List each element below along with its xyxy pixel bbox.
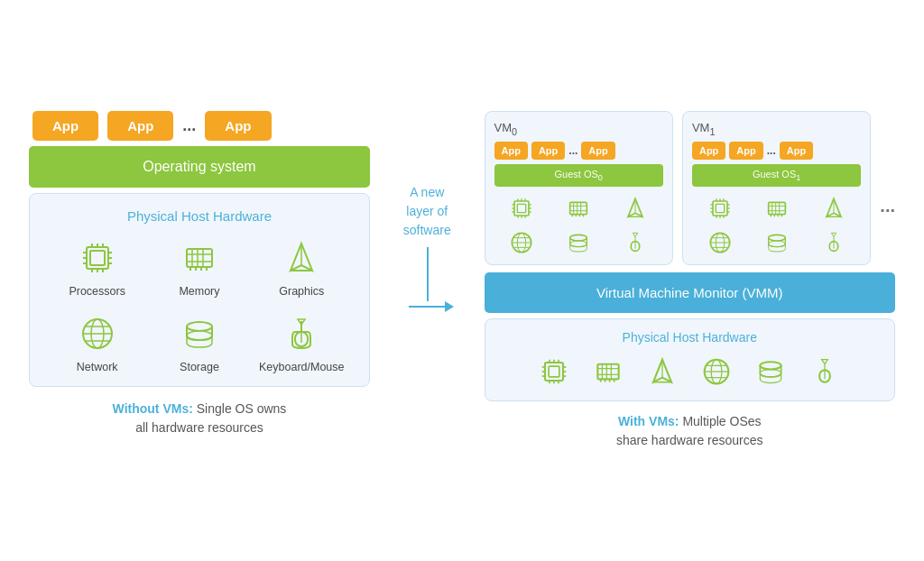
- hw-item-storage: Storage: [148, 312, 250, 373]
- svg-marker-111: [831, 234, 836, 237]
- memory-icon: [178, 236, 221, 280]
- keyboard-label: Keyboard/Mouse: [259, 361, 345, 373]
- svg-rect-1: [90, 251, 105, 265]
- phys-network-icon: [698, 354, 735, 390]
- vm0-app-bar: App App ... App: [494, 142, 663, 160]
- caption-right-highlight: With VMs:: [618, 414, 679, 428]
- storage-label: Storage: [180, 361, 219, 373]
- arrow-head: [445, 301, 454, 312]
- vm0-cpu: [494, 194, 550, 223]
- vm1-graphics: [806, 194, 861, 223]
- svg-rect-75: [713, 201, 727, 216]
- app-bar: App App ... App: [29, 111, 370, 141]
- network-icon: [76, 312, 119, 355]
- arrow-horizontal: [409, 301, 454, 312]
- graphics-icon: [280, 236, 323, 280]
- svg-rect-113: [545, 363, 563, 381]
- app-box-3: App: [205, 111, 271, 141]
- arrow-down-right: [409, 247, 454, 312]
- svg-rect-37: [514, 201, 529, 216]
- vm0-dots: ...: [568, 144, 578, 157]
- phys-cpu-icon: [536, 354, 572, 390]
- svg-marker-149: [822, 360, 828, 364]
- svg-point-145: [761, 363, 781, 370]
- arrow-line: [409, 306, 445, 308]
- mouse-icon: [280, 312, 323, 355]
- svg-rect-51: [570, 203, 587, 215]
- hardware-title: Physical Host Hardware: [46, 208, 353, 224]
- left-side: App App ... App Operating system Physica…: [29, 111, 370, 437]
- phys-graphics-icon: [644, 354, 680, 390]
- app-box-2: App: [107, 111, 173, 141]
- svg-rect-14: [187, 249, 212, 267]
- vm0-app1: App: [494, 142, 528, 160]
- caption-left-highlight: Without VMs:: [113, 401, 193, 416]
- vm1-os-sub: 1: [796, 173, 800, 182]
- svg-point-69: [570, 235, 587, 242]
- svg-point-146: [761, 370, 781, 377]
- svg-rect-38: [517, 205, 525, 213]
- app-dots: ...: [182, 116, 196, 135]
- vm1-app2: App: [729, 142, 762, 160]
- svg-rect-89: [768, 203, 785, 215]
- diagram-container: App App ... App Operating system Physica…: [20, 93, 904, 469]
- hw-item-graphics: Graphics: [251, 236, 353, 298]
- os-bar: Operating system: [29, 146, 370, 188]
- vm0-box: VM0 App App ... App Guest OS0: [485, 111, 673, 266]
- vm1-dots: ...: [767, 144, 776, 157]
- svg-point-70: [570, 241, 587, 247]
- vm0-icons-grid: [494, 194, 663, 257]
- vm0-os-sub: 0: [598, 173, 603, 182]
- svg-point-108: [768, 241, 785, 247]
- hw-item-memory: Memory: [148, 236, 250, 298]
- vm1-box: VM1 App App ... App Guest OS1: [682, 111, 871, 266]
- hw-icons-grid: Processors: [46, 236, 353, 373]
- vm1-storage: [749, 228, 804, 257]
- vm0-os-bar: Guest OS0: [494, 164, 663, 187]
- vm1-memory: [749, 194, 804, 223]
- middle-section: A newlayer ofsoftware: [379, 111, 476, 312]
- vm1-app-bar: App App ... App: [692, 142, 861, 160]
- caption-right: With VMs: Multiple OSesshare hardware re…: [485, 412, 895, 450]
- vm0-mouse: [608, 228, 663, 257]
- phys-memory-icon: [590, 354, 626, 390]
- phys-title-right: Physical Host Hardware: [502, 330, 878, 345]
- vm1-icons-grid: [692, 194, 861, 257]
- processors-label: Processors: [69, 285, 125, 298]
- hardware-box: Physical Host Hardware: [29, 193, 370, 387]
- vm1-sub: 1: [709, 125, 715, 136]
- vmm-bar: Virtual Machine Monitor (VMM): [485, 272, 895, 313]
- phys-hardware-right: Physical Host Hardware: [485, 318, 895, 401]
- vm0-network: [494, 228, 550, 257]
- vm0-sub: 0: [512, 125, 517, 136]
- hw-item-processors: Processors: [46, 236, 148, 298]
- svg-point-33: [187, 331, 212, 340]
- svg-point-107: [768, 235, 785, 242]
- right-side: VM0 App App ... App Guest OS0: [485, 111, 895, 451]
- svg-rect-114: [549, 367, 559, 378]
- app-box-1: App: [32, 111, 98, 141]
- svg-marker-73: [633, 234, 638, 237]
- vm1-cpu: [692, 194, 747, 223]
- vm1-app3: App: [780, 142, 813, 160]
- vm1-title: VM1: [692, 121, 861, 137]
- vm0-app2: App: [531, 142, 565, 160]
- phys-storage-icon: [753, 354, 789, 390]
- vms-dots: ...: [880, 111, 895, 266]
- hw-item-keyboard: Keyboard/Mouse: [251, 312, 353, 373]
- svg-rect-127: [598, 364, 619, 380]
- vm0-title: VM0: [494, 121, 663, 137]
- graphics-label: Graphics: [279, 285, 324, 298]
- svg-rect-76: [716, 205, 724, 213]
- vm1-os-bar: Guest OS1: [692, 164, 861, 187]
- new-layer-text: A newlayer ofsoftware: [403, 183, 451, 240]
- cpu-icon: [76, 236, 119, 280]
- phys-mouse-icon: [807, 354, 843, 390]
- arrow-vertical: [427, 247, 429, 301]
- vm0-storage: [551, 228, 606, 257]
- memory-label: Memory: [179, 285, 219, 298]
- vm0-graphics: [608, 194, 663, 223]
- network-label: Network: [77, 361, 118, 373]
- caption-left: Without VMs: Single OS ownsall hardware …: [29, 400, 370, 437]
- vms-row: VM0 App App ... App Guest OS0: [485, 111, 895, 266]
